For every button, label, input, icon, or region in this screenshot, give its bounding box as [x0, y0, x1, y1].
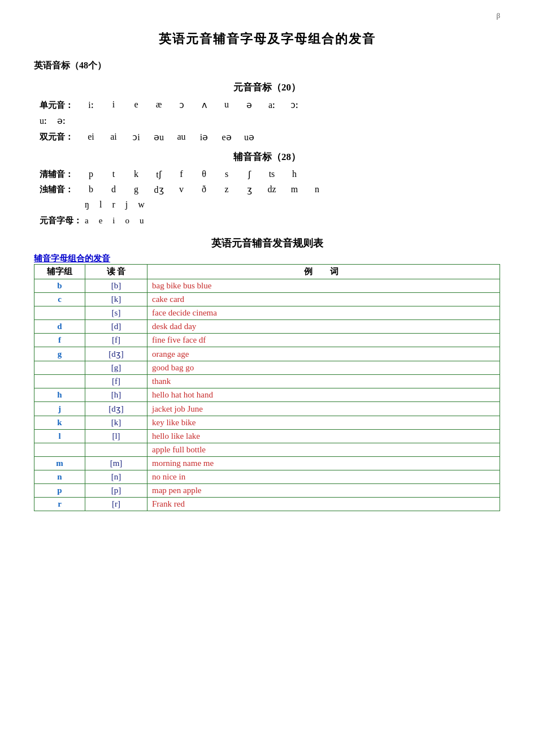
symbol-sh: ʃ: [243, 169, 255, 180]
cell-example: map pen apple: [147, 484, 500, 498]
consonant-section-title: 辅音音标（28）: [34, 150, 500, 163]
vowel-letter-a: a: [85, 216, 89, 226]
cell-letter: c: [34, 293, 85, 306]
cell-sound: [s]: [85, 306, 147, 320]
monophthong-row1: 单元音： iː i e æ ɔ ʌ u ə aː ɔː: [40, 100, 500, 111]
voiced-row: 浊辅音： b d g dʒ v ð z ʒ dz m n: [40, 184, 500, 195]
cell-letter: d: [34, 320, 85, 334]
symbol-ue: uə: [243, 132, 255, 142]
cell-sound: [m]: [85, 457, 147, 470]
symbol-tsh: tʃ: [153, 169, 165, 180]
symbol-k: k: [130, 169, 142, 180]
vowel-letter-i: i: [112, 216, 115, 226]
symbol-v: v: [175, 184, 188, 195]
symbol-h: h: [288, 169, 301, 180]
table-header-row: 辅字组 读 音 例 词: [34, 265, 500, 279]
cell-letter: k: [34, 416, 85, 430]
symbol-l: l: [99, 200, 102, 210]
cell-letter: m: [34, 457, 85, 470]
vowel-letter-e: e: [99, 216, 103, 226]
table-row: n[n]no nice in: [34, 470, 500, 484]
cell-sound: [r]: [85, 498, 147, 511]
symbol-dz: dz: [266, 184, 278, 195]
phonics-table: 辅字组 读 音 例 词 b[b]bag bike bus bluec[k]cak…: [34, 264, 500, 511]
monophthong-label: 单元音：: [40, 100, 85, 111]
cell-sound: [k]: [85, 416, 147, 430]
monophthong-row2: uː əː: [40, 115, 500, 126]
cell-example: apple full bottle: [147, 443, 500, 457]
cell-example: jacket job June: [147, 402, 500, 416]
cell-sound: [dʒ]: [85, 347, 147, 361]
page-number: β: [34, 11, 500, 20]
symbol-oi: ɔi: [130, 132, 142, 142]
voiceless-label: 清辅音：: [40, 169, 85, 180]
cell-letter: [34, 375, 85, 388]
symbol-b: b: [85, 184, 97, 195]
table-row: apple full bottle: [34, 443, 500, 457]
symbol-zh: ʒ: [243, 184, 255, 195]
cell-example: cake card: [147, 293, 500, 306]
cell-letter: r: [34, 498, 85, 511]
table-row: j[dʒ]jacket job June: [34, 402, 500, 416]
cell-letter: f: [34, 334, 85, 347]
table-row: k[k]key like bike: [34, 416, 500, 430]
symbol-ai: ai: [107, 132, 120, 142]
symbol-r: r: [112, 200, 115, 210]
diphthong-row: 双元音： ei ai ɔi əu au iə eə uə: [40, 132, 500, 142]
vowel-letters-label: 元音字母：: [40, 215, 85, 226]
symbol-j: j: [125, 200, 128, 210]
cell-sound: [g]: [85, 361, 147, 375]
cell-letter: [34, 361, 85, 375]
symbol-u-long: uː: [40, 115, 47, 126]
symbol-eu: əu: [153, 132, 165, 142]
voiced-symbols: b d g dʒ v ð z ʒ dz m n: [85, 184, 323, 195]
table-row: d[d]desk dad day: [34, 320, 500, 334]
cell-example: face decide cinema: [147, 306, 500, 320]
cell-sound: [l]: [85, 430, 147, 443]
cell-sound: [f]: [85, 375, 147, 388]
symbol-open-o: ɔ: [175, 100, 188, 110]
table-row: g[dʒ]orange age: [34, 347, 500, 361]
symbol-eth: ð: [198, 184, 210, 195]
consonant-block: 清辅音： p t k tʃ f θ s ʃ ts h 浊辅音： b d g dʒ…: [40, 169, 500, 210]
symbol-ae: æ: [153, 100, 165, 110]
monophthong-block: 单元音： iː i e æ ɔ ʌ u ə aː ɔː uː əː 双元音： e…: [40, 100, 500, 142]
diphthong-label: 双元音：: [40, 132, 85, 142]
cell-letter: g: [34, 347, 85, 361]
consonant-combos-link[interactable]: 辅音字母组合的发音: [34, 253, 500, 264]
voiceless-symbols: p t k tʃ f θ s ʃ ts h: [85, 169, 301, 180]
symbol-z: z: [220, 184, 233, 195]
cell-example: hello hat hot hand: [147, 388, 500, 402]
symbol-ng: ŋ: [85, 200, 89, 210]
voiced-label: 浊辅音：: [40, 184, 85, 195]
vowel-section-title: 元音音标（20）: [34, 81, 500, 94]
symbol-f: f: [175, 169, 188, 180]
symbol-p: p: [85, 169, 97, 180]
table-row: f[f]fine five face df: [34, 334, 500, 347]
symbol-s: s: [220, 169, 233, 180]
cell-example: morning name me: [147, 457, 500, 470]
cell-example: good bag go: [147, 361, 500, 375]
diphthong-symbols: ei ai ɔi əu au iə eə uə: [85, 132, 255, 142]
main-title: 英语元音辅音字母及字母组合的发音: [34, 31, 500, 47]
cell-letter: [34, 443, 85, 457]
voiced-row2: ŋ l r j w: [40, 200, 500, 210]
cell-sound: [p]: [85, 484, 147, 498]
cell-letter: h: [34, 388, 85, 402]
symbol-u: u: [220, 100, 233, 110]
cell-sound: [f]: [85, 334, 147, 347]
symbol-m: m: [288, 184, 301, 195]
monophthong-symbols: iː i e æ ɔ ʌ u ə aː ɔː: [85, 100, 301, 110]
cell-example: desk dad day: [147, 320, 500, 334]
cell-letter: p: [34, 484, 85, 498]
table-row: r[r]Frank red: [34, 498, 500, 511]
table-row: [g]good bag go: [34, 361, 500, 375]
cell-example: orange age: [147, 347, 500, 361]
symbol-wedge: ʌ: [198, 100, 210, 110]
cell-example: bag bike bus blue: [147, 279, 500, 293]
symbol-t: t: [107, 169, 120, 180]
symbol-n: n: [311, 184, 323, 195]
cell-letter: b: [34, 279, 85, 293]
cell-letter: [34, 306, 85, 320]
table-row: [f]thank: [34, 375, 500, 388]
